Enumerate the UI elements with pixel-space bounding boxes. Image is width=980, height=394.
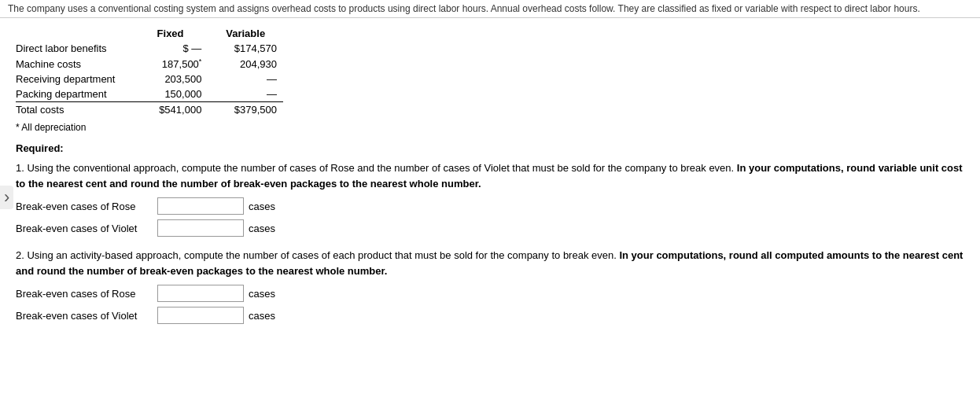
q1-violet-label: Break-even cases of Violet: [16, 223, 157, 234]
row-variable: $174,570: [208, 41, 283, 56]
total-variable: $379,500: [208, 102, 283, 118]
row-fixed: 187,500*: [133, 56, 208, 72]
row-fixed: 150,000: [133, 87, 208, 102]
q2-violet-label: Break-even cases of Violet: [16, 310, 157, 322]
q2-rose-row: Break-even cases of Rose cases: [16, 285, 964, 302]
row-fixed: $ —: [133, 41, 208, 56]
footnote: * All depreciation: [16, 122, 964, 133]
q1-violet-input[interactable]: [157, 219, 244, 237]
q2-rose-unit: cases: [249, 288, 275, 300]
row-label: Packing department: [16, 87, 133, 102]
row-variable: —: [208, 72, 283, 87]
q2-rose-label: Break-even cases of Rose: [16, 288, 157, 300]
question-2-block: 2. Using an activity-based approach, com…: [16, 248, 964, 324]
q1-violet-unit: cases: [249, 223, 275, 234]
q2-violet-input[interactable]: [157, 307, 244, 324]
q1-rose-unit: cases: [249, 201, 275, 212]
main-content: Fixed Variable Direct labor benefits$ —$…: [0, 18, 980, 351]
row-variable: —: [208, 87, 283, 102]
q1-rose-label: Break-even cases of Rose: [16, 201, 157, 212]
question-2-text: 2. Using an activity-based approach, com…: [16, 248, 964, 278]
table-row: Machine costs187,500*204,930: [16, 56, 283, 72]
q1-rose-row: Break-even cases of Rose cases: [16, 197, 964, 215]
row-fixed: 203,500: [133, 72, 208, 87]
question-1-text: 1. Using the conventional approach, comp…: [16, 160, 964, 191]
total-fixed: $541,000: [133, 102, 208, 118]
row-label: Direct labor benefits: [16, 41, 133, 56]
q2-violet-row: Break-even cases of Violet cases: [16, 307, 964, 324]
question-2-text-normal: 2. Using an activity-based approach, com…: [16, 249, 619, 261]
table-row: Packing department150,000—: [16, 87, 283, 102]
col-header-variable: Variable: [208, 26, 283, 41]
question-1-block: 1. Using the conventional approach, comp…: [16, 160, 964, 237]
question-1-text-normal: 1. Using the conventional approach, comp…: [16, 162, 737, 174]
row-variable: 204,930: [208, 56, 283, 72]
table-row: Direct labor benefits$ —$174,570: [16, 41, 283, 56]
top-bar-text: The company uses a conventional costing …: [0, 0, 980, 18]
col-header-label: [16, 26, 133, 41]
q2-rose-input[interactable]: [157, 285, 244, 302]
row-label: Machine costs: [16, 56, 133, 72]
q1-rose-input[interactable]: [157, 197, 244, 215]
table-row: Receiving department203,500—: [16, 72, 283, 87]
cost-table: Fixed Variable Direct labor benefits$ —$…: [16, 26, 283, 117]
q2-violet-unit: cases: [249, 310, 275, 322]
col-header-fixed: Fixed: [133, 26, 208, 41]
total-label: Total costs: [16, 102, 133, 118]
q1-violet-row: Break-even cases of Violet cases: [16, 219, 964, 237]
total-row: Total costs$541,000$379,500: [16, 102, 283, 118]
left-nav-arrow[interactable]: ›: [0, 186, 13, 209]
required-header: Required:: [16, 142, 964, 154]
row-label: Receiving department: [16, 72, 133, 87]
